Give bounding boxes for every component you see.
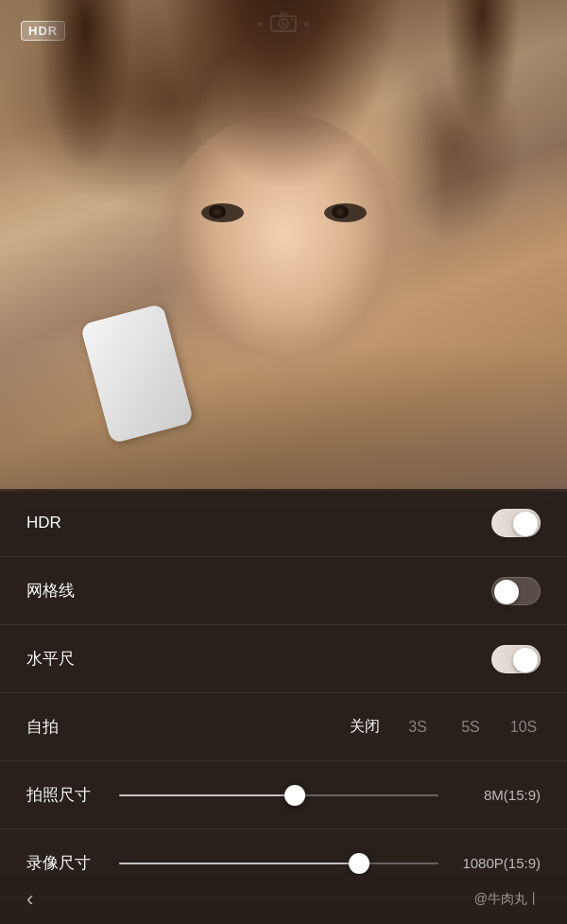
photo-size-value: 8M(15:9) [455, 787, 541, 803]
video-size-value: 1080P(15:9) [455, 855, 541, 871]
svg-rect-3 [290, 18, 293, 20]
video-size-label: 录像尺寸 [26, 852, 102, 874]
right-eye [324, 203, 367, 222]
grid-toggle-container [491, 577, 541, 605]
bottom-bar: ‹ @牛肉丸丨 [0, 875, 567, 924]
face-area [151, 113, 416, 416]
svg-rect-0 [271, 16, 296, 31]
svg-point-2 [282, 22, 286, 26]
grid-toggle-knob [494, 580, 519, 604]
hdr-toggle-knob [513, 512, 538, 536]
watermark-text: @牛肉丸丨 [474, 891, 541, 908]
photo-size-label: 拍照尺寸 [26, 784, 102, 806]
camera-top-bar [0, 11, 567, 37]
back-button[interactable]: ‹ [26, 887, 33, 912]
level-toggle-container [491, 645, 541, 673]
timer-option-5s[interactable]: 5S [454, 719, 488, 736]
timer-label: 自拍 [26, 716, 102, 738]
video-size-track[interactable] [119, 863, 438, 864]
hdr-toggle-container [491, 509, 541, 537]
timer-option-off[interactable]: 关闭 [348, 717, 382, 737]
svg-point-1 [279, 19, 288, 28]
photo-size-row: 拍照尺寸 8M(15:9) [0, 761, 567, 829]
photo-size-track[interactable] [119, 794, 438, 796]
photo-size-fill [119, 794, 295, 796]
level-toggle[interactable] [491, 645, 541, 673]
eyes-area [161, 184, 406, 241]
level-toggle-knob [513, 648, 538, 672]
photo-size-thumb[interactable] [284, 785, 305, 806]
level-row: 水平尺 [0, 625, 567, 693]
settings-panel: HDR 网格线 水平尺 自拍 关闭 3S 5S 10S [0, 489, 567, 924]
hdr-row: HDR [0, 489, 567, 557]
grid-toggle[interactable] [491, 577, 541, 605]
timer-row: 自拍 关闭 3S 5S 10S [0, 693, 567, 761]
hdr-viewfinder-badge: HDR [21, 21, 65, 41]
viewfinder: HDR [0, 0, 567, 492]
left-eye [201, 203, 244, 222]
timer-options: 关闭 3S 5S 10S [102, 717, 541, 737]
video-size-thumb[interactable] [349, 853, 369, 874]
video-size-fill [119, 863, 359, 864]
timer-option-10s[interactable]: 10S [507, 719, 541, 736]
timer-option-3s[interactable]: 3S [401, 719, 435, 736]
hdr-toggle[interactable] [491, 509, 541, 537]
grid-label: 网格线 [26, 580, 102, 601]
dot-right [304, 22, 309, 26]
level-label: 水平尺 [26, 648, 102, 670]
grid-row: 网格线 [0, 557, 567, 625]
camera-icon [270, 11, 297, 37]
dot-left [258, 22, 263, 26]
hdr-label: HDR [26, 514, 102, 532]
